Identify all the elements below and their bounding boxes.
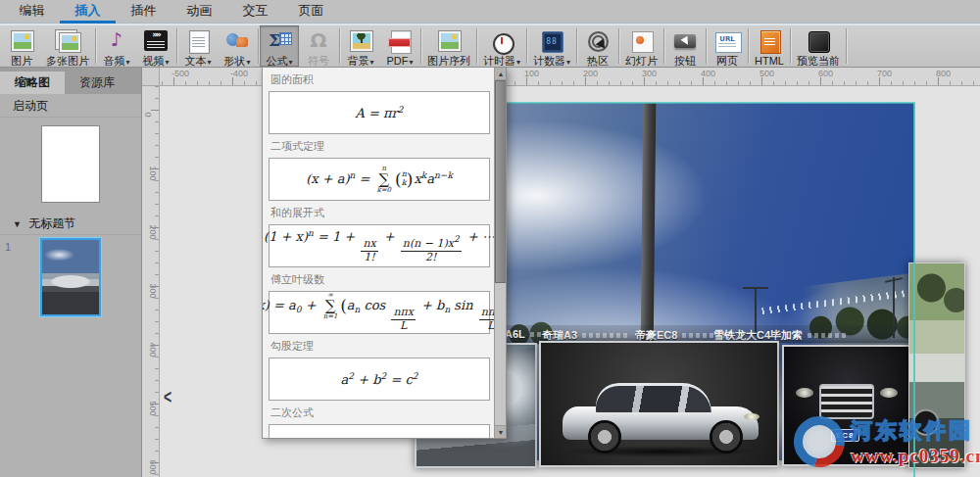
sidebar-collapse-chevron-icon[interactable]: < bbox=[164, 384, 172, 407]
tab-thumbnails[interactable]: 缩略图 bbox=[0, 72, 65, 94]
preview-current-button[interactable]: 预览当前 bbox=[792, 25, 845, 67]
h-ruler-label: 600 bbox=[818, 69, 833, 78]
formula-section: 和的展开式(1 + x)n = 1 + nx1! + n(n − 1)x22! … bbox=[269, 206, 490, 267]
h-ruler-label: 400 bbox=[701, 69, 715, 78]
toolbar-separator bbox=[663, 28, 664, 64]
collapse-triangle-icon: ▼ bbox=[13, 219, 22, 229]
formula-expression: a2 + b2 = c2 bbox=[341, 371, 418, 387]
page-row: 1 bbox=[0, 235, 141, 322]
toolbar-label: 形状 bbox=[223, 55, 250, 69]
multi-image-button[interactable]: 多张图片 bbox=[41, 25, 94, 67]
formula-section: 圆的面积A = πr2 bbox=[269, 72, 490, 134]
formula-category-label: 和的展开式 bbox=[270, 206, 488, 220]
toolbar-label: HTML bbox=[755, 55, 784, 67]
webpage-icon: URL bbox=[712, 28, 742, 54]
pdf-icon bbox=[385, 28, 415, 54]
v-ruler-label: 100 bbox=[148, 166, 158, 180]
tab-resource-library[interactable]: 资源库 bbox=[65, 72, 129, 94]
v-ruler-label: 500 bbox=[148, 401, 158, 415]
toolbar-label: 文本 bbox=[184, 55, 211, 69]
section-header[interactable]: ▼ 无标题节 bbox=[0, 212, 141, 235]
html-button[interactable]: HTML bbox=[750, 25, 789, 67]
toolbar-separator bbox=[176, 28, 177, 64]
toolbar-separator bbox=[618, 28, 619, 64]
formula-item[interactable]: (1 + x)n = 1 + nx1! + n(n − 1)x22! + ⋯ bbox=[269, 224, 490, 267]
audio-button[interactable]: ♪音频 bbox=[97, 25, 136, 67]
hotspot-button[interactable]: 热区 bbox=[578, 25, 617, 67]
image-sequence-button[interactable]: 图片序列 bbox=[422, 25, 475, 67]
sidebar-tab-bar: 缩略图 资源库 bbox=[0, 68, 141, 94]
toolbar-label: 按钮 bbox=[674, 55, 696, 67]
shape-button[interactable]: 形状 bbox=[218, 25, 257, 67]
shape-icon bbox=[222, 28, 252, 54]
menu-tab-6[interactable]: 页面 bbox=[283, 0, 339, 24]
timer-icon bbox=[487, 28, 516, 54]
formula-expression: A = πr2 bbox=[355, 105, 403, 120]
formula-icon-glyph: Σ bbox=[269, 30, 298, 50]
formula-item[interactable]: A = πr2 bbox=[269, 91, 490, 134]
menu-tab-5[interactable]: 交互 bbox=[227, 0, 283, 24]
counter-icon-glyph: 88 bbox=[537, 37, 566, 46]
toolbar-label: 音频 bbox=[103, 55, 129, 69]
car-headlight bbox=[744, 413, 760, 420]
pdf-button[interactable]: PDF bbox=[380, 25, 419, 67]
video-button[interactable]: »»视频 bbox=[136, 25, 175, 67]
toolbar-separator bbox=[476, 28, 477, 64]
html-icon bbox=[755, 28, 784, 54]
start-page-thumbnail[interactable] bbox=[41, 125, 100, 203]
car-wheel bbox=[710, 420, 743, 453]
toolbar-label: 多张图片 bbox=[46, 55, 89, 67]
menu-tab-2[interactable]: 插入 bbox=[60, 0, 116, 24]
panel-scrollbar[interactable]: ▲ ▼ bbox=[494, 68, 506, 438]
menu-tab-4[interactable]: 动画 bbox=[172, 0, 227, 24]
toolbar-label: 视频 bbox=[142, 55, 169, 69]
toolbar-label: 背景 bbox=[347, 55, 373, 69]
vertical-ruler: 0100200300400500600 bbox=[142, 86, 160, 477]
formula-expression: (x + a)n = n∑k=0(nk)xkan−k bbox=[306, 166, 453, 194]
toolbar-separator bbox=[576, 28, 577, 64]
v-ruler-label: 300 bbox=[148, 283, 158, 298]
toolbar-label: 公式 bbox=[266, 55, 292, 69]
page-thumbnail-selected[interactable] bbox=[40, 238, 101, 316]
timer-button[interactable]: 计时器 bbox=[478, 25, 525, 67]
webpage-button[interactable]: URL网页 bbox=[708, 25, 747, 67]
v-ruler-label: 400 bbox=[148, 342, 158, 357]
image-sequence-icon bbox=[434, 28, 464, 54]
menu-tab-3[interactable]: 插件 bbox=[116, 0, 172, 24]
toolbar-label: 预览当前 bbox=[797, 55, 840, 67]
formula-category-label: 圆的面积 bbox=[270, 72, 488, 87]
car-cabin bbox=[596, 383, 711, 412]
photo-utility-pole bbox=[641, 103, 657, 344]
toolbar-separator bbox=[339, 28, 340, 64]
menu-bar: 编辑插入插件动画交互页面 bbox=[0, 0, 980, 24]
text-button[interactable]: 文本 bbox=[178, 25, 218, 67]
h-ruler-label: 200 bbox=[583, 69, 598, 78]
counter-button[interactable]: 88计数器 bbox=[528, 25, 575, 67]
audio-icon-glyph: ♪ bbox=[102, 28, 131, 50]
button-button[interactable]: 按钮 bbox=[665, 25, 705, 67]
formula-item[interactable]: (x + a)n = n∑k=0(nk)xkan−k bbox=[269, 158, 490, 201]
multi-image-icon bbox=[53, 28, 82, 54]
formula-item[interactable]: f(x) = a0 + ∞∑n=1(an cos nπxL + bn sin n… bbox=[269, 291, 490, 334]
toolbar-label: PDF bbox=[386, 55, 413, 69]
v-ruler-label: 0 bbox=[143, 112, 153, 117]
scrollbar-down-arrow-icon[interactable]: ▼ bbox=[495, 425, 507, 438]
watermark-logo-icon bbox=[784, 406, 855, 477]
slide-button[interactable]: 幻灯片 bbox=[620, 25, 662, 67]
scrollbar-up-arrow-icon[interactable]: ▲ bbox=[495, 68, 507, 80]
toolbar: 图片多张图片♪音频»»视频文本形状Σ公式Ω符号背景PDF图片序列计时器88计数器… bbox=[0, 24, 980, 68]
toolbar-separator bbox=[258, 28, 259, 64]
background-button[interactable]: 背景 bbox=[341, 25, 380, 67]
image-button[interactable]: 图片 bbox=[2, 25, 41, 67]
page-selection-border-top bbox=[464, 102, 915, 104]
formula-item[interactable] bbox=[269, 424, 490, 439]
page-number: 1 bbox=[5, 241, 11, 253]
formula-button[interactable]: Σ公式 bbox=[260, 25, 299, 67]
formula-item[interactable]: a2 + b2 = c2 bbox=[269, 358, 490, 401]
video-icon: »» bbox=[141, 28, 171, 54]
audio-icon: ♪ bbox=[102, 28, 131, 54]
toolbar-label: 计数器 bbox=[533, 55, 570, 69]
menu-tab-1[interactable]: 编辑 bbox=[4, 0, 60, 24]
scrollbar-thumb[interactable] bbox=[495, 80, 507, 283]
car-name-label: A6L bbox=[505, 328, 525, 340]
